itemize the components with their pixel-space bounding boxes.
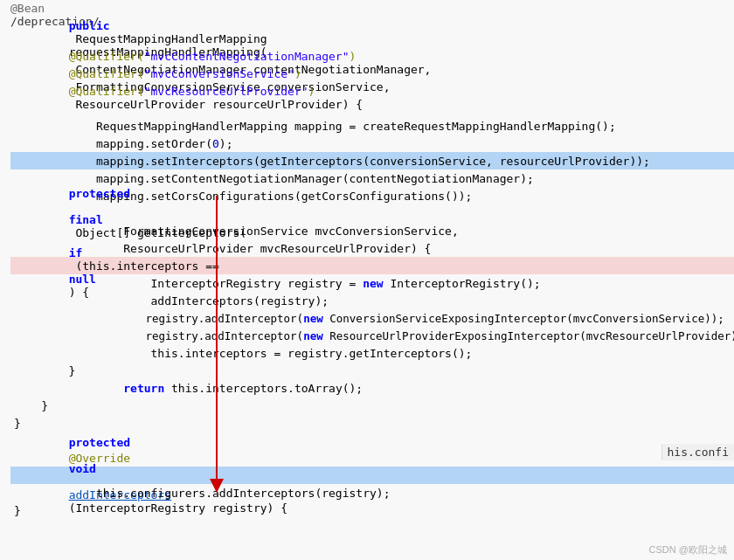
code-line: @Qualifier("mvcResourceUrlProvider") Res… (10, 82, 734, 100)
watermark: CSDN @欧阳之城 (649, 543, 727, 557)
partial-text: his.confi (661, 444, 734, 460)
code-editor: @Bean /deprecation/ public RequestMappin… (0, 0, 734, 560)
code-line: } (10, 501, 734, 519)
code-line: return this.interceptors.toArray(); (10, 379, 734, 397)
code-line: this.configurers.addInterceptors(registr… (10, 484, 734, 501)
code-line: } (10, 397, 734, 414)
code-line: this.interceptors = registry.getIntercep… (10, 344, 734, 362)
